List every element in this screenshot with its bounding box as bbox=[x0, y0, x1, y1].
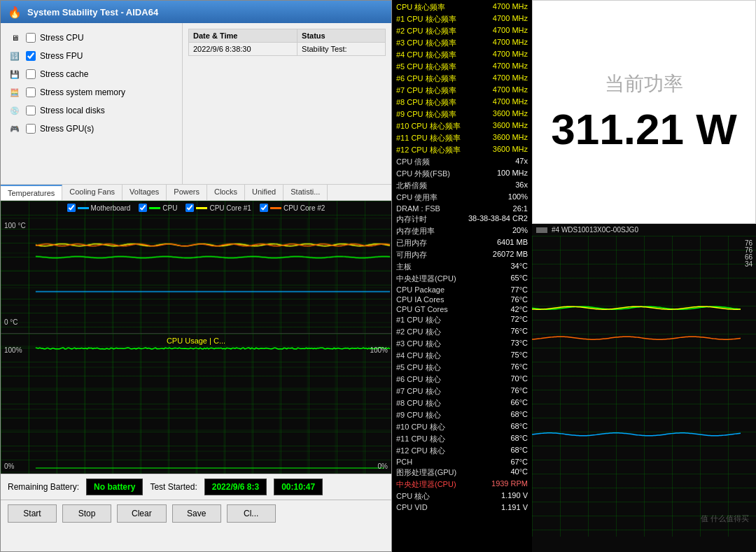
stat-name: #10 CPU 核心 bbox=[396, 422, 445, 432]
battery-label: Remaining Battery: bbox=[8, 482, 79, 492]
tab-powers[interactable]: Powers bbox=[167, 185, 207, 200]
stress-disks-item[interactable]: 💿 Stress local disks bbox=[8, 103, 175, 118]
stress-cache-label: Stress cache bbox=[40, 69, 88, 79]
stat-row: PCH67°C bbox=[395, 457, 529, 467]
test-value: 2022/9/6 8:3 bbox=[204, 479, 267, 495]
stress-cache-checkbox[interactable] bbox=[26, 69, 36, 79]
gpu-icon: 🎮 bbox=[8, 123, 22, 134]
stat-value: 66°C bbox=[510, 398, 528, 409]
stat-row: #11 CPU 核心频率3600 MHz bbox=[395, 132, 529, 144]
stat-row: CPU 外频(FSB)100 MHz bbox=[395, 168, 529, 180]
stat-name: CPU 核心 bbox=[396, 491, 430, 502]
stress-gpu-item[interactable]: 🎮 Stress GPU(s) bbox=[8, 121, 175, 136]
stat-name: CPU 核心频率 bbox=[396, 2, 445, 13]
bottom-bar: Remaining Battery: No battery Test Start… bbox=[1, 474, 391, 500]
stat-row: DRAM : FSB26:1 bbox=[395, 204, 529, 213]
stat-row: #9 CPU 核心频率3600 MHz bbox=[395, 108, 529, 120]
stat-name: #1 CPU 核心 bbox=[396, 315, 441, 325]
stress-memory-item[interactable]: 🧮 Stress system memory bbox=[8, 85, 175, 100]
stat-row: #1 CPU 核心72°C bbox=[395, 314, 529, 326]
stat-value: 4700 MHz bbox=[493, 14, 528, 24]
tab-temperatures[interactable]: Temperatures bbox=[1, 185, 62, 200]
stat-name: CPU GT Cores bbox=[396, 305, 448, 313]
disk-val-34: 34 bbox=[745, 260, 752, 268]
legend-cpu-core1-cb[interactable] bbox=[186, 204, 194, 212]
save-button[interactable]: Save bbox=[172, 504, 221, 523]
stat-name: #6 CPU 核心 bbox=[396, 374, 441, 385]
stress-gpu-checkbox[interactable] bbox=[26, 124, 36, 134]
chart-legend: Motherboard CPU CPU Core #1 CPU Core #2 bbox=[1, 204, 391, 212]
stat-row: #6 CPU 核心频率4700 MHz bbox=[395, 73, 529, 85]
clear-button[interactable]: Clear bbox=[117, 504, 167, 523]
stat-name: CPU 倍频 bbox=[396, 157, 430, 167]
stat-value: 67°C bbox=[510, 458, 528, 466]
app-icon: 🔥 bbox=[8, 6, 22, 19]
left-panel: 🖥 Stress CPU 🔢 Stress FPU 💾 Stress cache… bbox=[1, 23, 183, 184]
legend-motherboard: Motherboard bbox=[67, 204, 131, 212]
stop-button[interactable]: Stop bbox=[62, 504, 111, 523]
table-row: 2022/9/6 8:38:30 Stability Test: bbox=[189, 43, 386, 56]
stat-name: 内存使用率 bbox=[396, 226, 435, 236]
stat-name: #8 CPU 核心频率 bbox=[396, 97, 456, 108]
power-value: 311.21 W bbox=[551, 104, 736, 154]
stat-name: #2 CPU 核心 bbox=[396, 327, 441, 337]
stress-cpu-item[interactable]: 🖥 Stress CPU bbox=[8, 30, 175, 45]
tab-clocks[interactable]: Clocks bbox=[207, 185, 245, 200]
tab-unified[interactable]: Unified bbox=[245, 185, 284, 200]
stress-cpu-label: Stress CPU bbox=[40, 33, 84, 43]
stat-value: 4700 MHz bbox=[493, 2, 528, 13]
cpu-stats-panel: CPU 核心频率4700 MHz#1 CPU 核心频率4700 MHz#2 CP… bbox=[392, 0, 532, 552]
disk-header: #4 WDS10013X0C-00SJG0 bbox=[532, 224, 756, 236]
tab-statistics[interactable]: Statisti... bbox=[284, 185, 328, 200]
legend-motherboard-cb[interactable] bbox=[67, 204, 76, 212]
stress-cache-item[interactable]: 💾 Stress cache bbox=[8, 66, 175, 82]
disk-color-indicator bbox=[536, 227, 547, 233]
close-button[interactable]: Cl... bbox=[227, 504, 276, 523]
stat-value: 3600 MHz bbox=[493, 133, 528, 143]
stress-disks-checkbox[interactable] bbox=[26, 106, 36, 115]
tab-voltages[interactable]: Voltages bbox=[122, 185, 167, 200]
disk-chart-area: 76 76 66 34 bbox=[532, 236, 756, 537]
stress-fpu-label: Stress FPU bbox=[40, 51, 83, 61]
legend-cpu-core2-cb[interactable] bbox=[260, 204, 268, 212]
usage-y-min-right: 0% bbox=[378, 462, 388, 470]
stat-name: CPU 外频(FSB) bbox=[396, 169, 450, 179]
stat-name: #3 CPU 核心频率 bbox=[396, 38, 456, 48]
stat-value: 20% bbox=[512, 226, 528, 236]
stat-row: 主板34°C bbox=[395, 261, 529, 273]
cpu-icon: 🖥 bbox=[8, 32, 22, 43]
cpu-usage-chart: CPU Usage | C... 100% 0% 100% 0% bbox=[1, 334, 391, 474]
stress-cpu-checkbox[interactable] bbox=[26, 33, 36, 43]
stat-name: #7 CPU 核心 bbox=[396, 386, 441, 397]
stat-value: 100% bbox=[508, 192, 528, 203]
stat-row: CPU VID1.191 V bbox=[395, 502, 529, 512]
temp-chart-y-max: 100 °C bbox=[4, 222, 26, 229]
disk-chart-canvas bbox=[532, 236, 756, 537]
stat-value: 4700 MHz bbox=[493, 85, 528, 96]
stat-row: 中央处理器(CPU)65°C bbox=[395, 273, 529, 285]
stat-name: #1 CPU 核心频率 bbox=[396, 14, 456, 24]
stress-fpu-checkbox[interactable] bbox=[26, 51, 36, 61]
stat-row: #8 CPU 核心66°C bbox=[395, 397, 529, 409]
stat-value: 4700 MHz bbox=[493, 38, 528, 48]
start-button[interactable]: Start bbox=[8, 504, 57, 523]
legend-cpu-cb[interactable] bbox=[139, 204, 147, 212]
stat-name: PCH bbox=[396, 458, 412, 466]
stat-value: 3600 MHz bbox=[493, 121, 528, 132]
temp-chart-y-min: 0 °C bbox=[4, 318, 18, 326]
tab-cooling-fans[interactable]: Cooling Fans bbox=[62, 185, 122, 200]
stat-row: #1 CPU 核心频率4700 MHz bbox=[395, 13, 529, 25]
stat-row: CPU IA Cores76°C bbox=[395, 295, 529, 304]
stat-row: #5 CPU 核心频率4700 MHz bbox=[395, 61, 529, 73]
stress-memory-checkbox[interactable] bbox=[26, 87, 36, 97]
stat-value: 68°C bbox=[510, 410, 528, 420]
stat-value: 72°C bbox=[510, 315, 528, 325]
stat-row: #9 CPU 核心68°C bbox=[395, 409, 529, 421]
stat-name: #4 CPU 核心频率 bbox=[396, 50, 456, 60]
stat-name: #8 CPU 核心 bbox=[396, 398, 441, 409]
stress-fpu-item[interactable]: 🔢 Stress FPU bbox=[8, 48, 175, 64]
stat-row: CPU GT Cores42°C bbox=[395, 304, 529, 314]
stat-row: #4 CPU 核心频率4700 MHz bbox=[395, 49, 529, 61]
stat-row: #4 CPU 核心75°C bbox=[395, 350, 529, 362]
stat-name: #5 CPU 核心 bbox=[396, 362, 441, 373]
